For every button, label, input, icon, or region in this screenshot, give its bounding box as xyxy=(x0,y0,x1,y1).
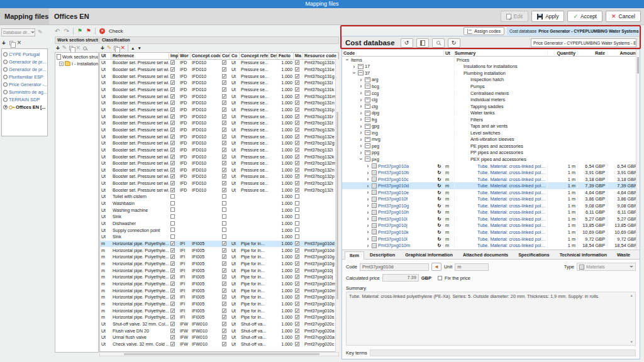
chevron-icon[interactable]: › xyxy=(358,137,364,142)
checkbox[interactable]: ✓ xyxy=(170,168,175,172)
checkbox[interactable]: ✓ xyxy=(222,107,226,112)
checkbox[interactable]: ✓ xyxy=(170,335,175,339)
checkbox[interactable]: ✓ xyxy=(170,181,175,185)
reference-book-button[interactable] xyxy=(416,38,429,48)
checkbox[interactable]: ✓ xyxy=(295,114,299,119)
chevron-icon[interactable]: › xyxy=(358,90,364,96)
checkbox[interactable]: ✓ xyxy=(170,261,175,266)
checkbox[interactable]: ✓ xyxy=(222,282,226,286)
checkbox[interactable] xyxy=(295,234,299,239)
red-flag-icon[interactable]: ⚑ xyxy=(86,28,91,34)
cost-tree-row[interactable]: ›Pmt37pxg010h↻mTube. Material: cross-lin… xyxy=(342,209,640,216)
table-row[interactable]: UtBooster set. Pressure set wi...✓IFDIFD… xyxy=(100,107,338,114)
checkbox[interactable]: ✓ xyxy=(222,60,226,65)
cost-tree-row[interactable]: ›Pmt37pxg010a↻mTube. Material: cross-lin… xyxy=(342,163,640,170)
cost-tree-row[interactable]: ›ingLevel switches xyxy=(342,129,640,136)
add-icon[interactable]: + xyxy=(2,40,6,46)
table-row[interactable]: UtWashbasin1.000 xyxy=(100,200,338,207)
checkbox[interactable]: ✓ xyxy=(170,174,175,178)
radio-icon[interactable] xyxy=(3,67,8,72)
chevron-icon[interactable]: › xyxy=(345,57,350,62)
cost-tree-row[interactable]: ›Pmt37pxg010c↻mTube. Material: cross-lin… xyxy=(342,176,640,183)
key-terms-field[interactable] xyxy=(370,349,636,356)
checkbox[interactable] xyxy=(295,214,299,219)
apply-button[interactable]: Apply xyxy=(531,11,564,22)
database-list-item[interactable]: Suministro de ag... xyxy=(2,88,47,96)
checkbox[interactable]: ✓ xyxy=(222,74,226,79)
cost-tree-row[interactable]: ›37Plumbing installation xyxy=(342,70,640,77)
checkbox[interactable] xyxy=(170,221,175,226)
checkbox[interactable]: ✓ xyxy=(222,121,226,125)
tab-attached-documents[interactable]: Attached documents xyxy=(458,251,513,259)
table-row[interactable]: UtSink1.000 xyxy=(100,214,338,221)
chevron-icon[interactable]: › xyxy=(358,156,364,162)
search-icon[interactable] xyxy=(83,47,87,50)
checkbox[interactable]: ✓ xyxy=(295,141,299,145)
cost-tree-row[interactable]: ›Pmt37pxg010d↻mTube. Material: cross-lin… xyxy=(342,182,640,189)
chevron-icon[interactable]: › xyxy=(358,143,364,148)
cost-tree-row[interactable]: ›Pmt37pxg010b↻mTube. Material: cross-lin… xyxy=(342,169,640,176)
tab-specifications[interactable]: Specifications xyxy=(514,251,553,259)
checkbox[interactable]: ✓ xyxy=(295,282,299,286)
checkbox[interactable]: ✓ xyxy=(295,309,299,313)
database-list-item[interactable]: Plurifamiliar ESP xyxy=(2,73,47,80)
tab-item[interactable]: Item xyxy=(345,251,364,260)
checkbox[interactable]: ✓ xyxy=(170,148,175,152)
database-list-item[interactable]: Generador de pr... xyxy=(2,58,47,65)
cost-tree-row[interactable]: ›dpgWater tanks xyxy=(342,109,640,116)
copy-icon[interactable] xyxy=(69,46,73,50)
checkbox[interactable]: ✓ xyxy=(170,295,175,299)
checkbox[interactable]: ✓ xyxy=(222,87,226,92)
expand-icon[interactable]: + xyxy=(59,62,64,66)
checkbox[interactable]: ✓ xyxy=(170,329,175,333)
cost-tree-row[interactable]: ›Pmt37pxg010k↻mTube. Material: cross-lin… xyxy=(342,229,640,236)
cost-tree-row[interactable]: ›mvgAnti-vibration sleeves xyxy=(342,136,640,143)
checkbox[interactable]: ✓ xyxy=(170,134,175,139)
table-row[interactable]: mHorizontal pipe. Polyethyle...✓IFIIFI00… xyxy=(100,307,338,314)
checkbox[interactable]: ✓ xyxy=(222,261,226,266)
checkbox[interactable]: ✓ xyxy=(222,114,226,119)
checkbox[interactable] xyxy=(222,234,226,239)
checkbox[interactable]: ✓ xyxy=(295,148,299,152)
checkbox[interactable]: ✓ xyxy=(170,128,175,132)
checkbox[interactable]: ✓ xyxy=(170,101,175,105)
table-row[interactable]: UtBooster set. Pressure set wi...✓IFDIFD… xyxy=(100,160,338,167)
chevron-icon[interactable]: › xyxy=(365,229,370,234)
add-icon[interactable]: + xyxy=(101,45,104,51)
table-row[interactable]: UtBooster set. Pressure set wi...✓IFDIFD… xyxy=(100,87,338,94)
checkbox[interactable]: ✓ xyxy=(295,302,299,306)
scrollbar-thumb[interactable] xyxy=(124,353,319,355)
search-button[interactable] xyxy=(432,38,445,48)
checkbox[interactable]: ✓ xyxy=(295,329,299,333)
accept-button[interactable]: ✓ Accept xyxy=(567,11,602,22)
scrollbar-thumb[interactable] xyxy=(336,112,338,299)
delete-icon[interactable]: ✕ xyxy=(75,45,80,51)
tab-graphical-information[interactable]: Graphical information xyxy=(401,251,457,259)
move-down-icon[interactable]: ▼ xyxy=(137,46,141,50)
database-list-item[interactable]: TERRAIN SDP xyxy=(2,96,47,103)
table-row[interactable]: UtBooster set. Pressure set wi...✓IFDIFD… xyxy=(100,147,338,154)
radio-icon[interactable] xyxy=(3,90,8,94)
chevron-icon[interactable]: › xyxy=(365,184,370,189)
checkbox[interactable]: ✓ xyxy=(295,181,299,185)
checkbox[interactable]: ✓ xyxy=(170,342,175,346)
checkbox[interactable]: ✓ xyxy=(295,275,299,279)
edit-pencil-icon[interactable]: ✎ xyxy=(62,45,67,51)
table-row[interactable]: UtBooster set. Pressure set wi...✓IFDIFD… xyxy=(100,187,338,194)
table-row[interactable]: mHorizontal pipe. Polyethyle...✓IFIIFI00… xyxy=(100,247,338,254)
checkbox[interactable]: ✓ xyxy=(222,322,226,326)
check-error-icon[interactable]: ✕ xyxy=(99,28,105,34)
chevron-icon[interactable]: › xyxy=(358,117,364,122)
chevron-icon[interactable]: › xyxy=(365,236,370,241)
database-list-item[interactable]: Price Generator -... xyxy=(2,80,47,88)
checkbox[interactable] xyxy=(170,214,175,219)
table-row[interactable]: UtBooster set. Pressure set wi...✓IFDIFD… xyxy=(100,73,338,80)
checkbox[interactable]: ✓ xyxy=(222,288,226,293)
table-row[interactable]: UtBooster set. Pressure set wi...✓IFDIFD… xyxy=(100,173,338,180)
database-dir-select[interactable]: Database dir... xyxy=(1,28,35,36)
chevron-icon[interactable]: › xyxy=(358,124,364,129)
checkbox[interactable]: ✓ xyxy=(170,315,175,319)
chevron-icon[interactable]: › xyxy=(358,84,364,89)
table-row[interactable]: UtDishwasher1.000 xyxy=(100,221,338,228)
chevron-icon[interactable]: › xyxy=(352,70,357,75)
